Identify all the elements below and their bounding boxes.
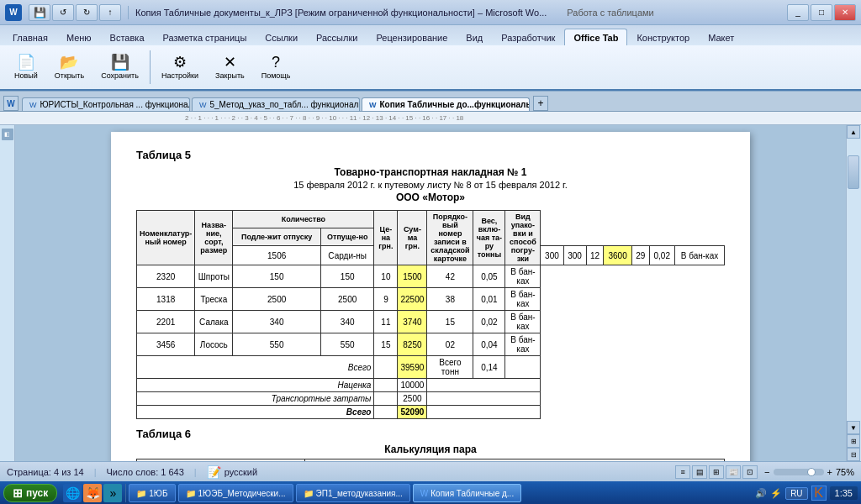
view-mode-2[interactable]: ▤ (692, 465, 707, 479)
header-nomenklatur: Номенклатур-ный номер (137, 211, 195, 265)
close-doc-btn[interactable]: ✕ Закрыть (208, 50, 252, 84)
taskbar-task-1[interactable]: 📁 1ЮЭБ_Методически... (178, 484, 293, 502)
tab-vstavka[interactable]: Вставка (101, 29, 154, 45)
cell-sum: 1500 (398, 265, 427, 288)
tab-konstruktor[interactable]: Конструктор (627, 29, 699, 45)
start-button[interactable]: ⊞ пуск (3, 484, 57, 502)
view-modes: ≡ ▤ ⊞ 📰 ⊡ (675, 465, 758, 479)
new-file-btn[interactable]: 📄 Новый (7, 50, 45, 84)
table6: Фактически (136, 459, 725, 461)
maximize-btn[interactable]: □ (811, 4, 832, 21)
taskbar-task-2[interactable]: 📁 ЭП1_методуказания... (296, 484, 410, 502)
redo-btn[interactable]: ↻ (76, 4, 98, 21)
cell-sum: 8250 (398, 333, 427, 356)
ruler-marks: 2 · · 1 · · · 1 · · · 2 · · 3 · 4 · 5 · … (185, 114, 463, 122)
cell-weight: 0,05 (473, 265, 505, 288)
title-bar-left: W 💾 ↺ ↻ ↑ Копия Табличные документы_к_ЛР… (5, 4, 654, 21)
zoom-slider[interactable] (774, 469, 824, 475)
tab-vid[interactable]: Вид (457, 29, 492, 45)
cell-pack: В бан-ках (505, 265, 541, 288)
new-tab-btn[interactable]: + (533, 96, 548, 111)
nacenka-label: Наценка (137, 379, 374, 392)
cell-name: Шпроты (195, 265, 233, 288)
vsego-tons: 0,14 (473, 356, 505, 379)
corner-icon2[interactable]: ⊟ (847, 448, 860, 461)
close-btn[interactable]: ✕ (834, 4, 856, 21)
undo-btn[interactable]: ↺ (52, 4, 74, 21)
save-quick-btn[interactable]: 💾 (29, 4, 50, 21)
tab-ssylki[interactable]: Ссылки (256, 29, 307, 45)
tab-menu[interactable]: Меню (57, 29, 101, 45)
document-area[interactable]: Таблица 5 Товарно-транспортная накладная… (15, 125, 846, 461)
scroll-thumb[interactable] (848, 155, 859, 189)
scrollbar-vertical[interactable] (847, 139, 860, 421)
scroll-up-btn[interactable]: ▲ (847, 125, 860, 139)
document-tabs-bar: W W ЮРИСТЫ_Контрольная ... функционально… (0, 92, 861, 112)
tab-maket[interactable]: Макет (699, 29, 743, 45)
task-0-label: 1ЮБ (149, 489, 167, 498)
save-btn[interactable]: 💾 Сохранить (93, 50, 146, 84)
cell-num: 1318 (137, 288, 195, 311)
corner-icon[interactable]: ⊞ (847, 434, 860, 448)
vsego2-row: Всего 52090 (137, 406, 725, 419)
help-btn[interactable]: ? Помощь (254, 50, 298, 84)
status-right: ≡ ▤ ⊞ 📰 ⊡ − + 75% (675, 465, 854, 479)
title-bar: W 💾 ↺ ↻ ↑ Копия Табличные документы_к_ЛР… (0, 0, 861, 25)
table-header-row1: Номенклатур-ный номер Назва-ние, сорт, р… (137, 211, 725, 228)
status-sep1: | (94, 467, 97, 477)
tab-glavnaya[interactable]: Главная (3, 29, 57, 45)
doc-tab-2[interactable]: W 5_Метод_указ_по_табл... функциональнос… (192, 97, 360, 111)
cell-otpush: 550 (320, 333, 373, 356)
doc-tab-1-label: ЮРИСТЫ_Контрольная ... функциональности]… (40, 100, 191, 109)
doc-title-line2: 15 февраля 2012 г. к путевому листу № 8 … (136, 180, 725, 190)
cell-podl: 300 (541, 246, 563, 265)
view-mode-4[interactable]: 📰 (726, 465, 741, 479)
cell-podl: 2500 (233, 288, 321, 311)
doc-tab-1[interactable]: W ЮРИСТЫ_Контрольная ... функциональност… (22, 97, 190, 111)
cell-price: 11 (374, 311, 398, 333)
open-btn[interactable]: 📂 Открыть (47, 50, 92, 84)
windows-logo: ⊞ (13, 486, 23, 500)
zoom-plus-btn[interactable]: + (827, 467, 832, 477)
firefox-icon[interactable]: 🦊 (83, 484, 102, 502)
table6-empty-header (137, 459, 305, 462)
scroll-down-btn[interactable]: ▼ (847, 421, 860, 434)
vsego2-empty (374, 406, 398, 419)
view-mode-3[interactable]: ⊞ (709, 465, 724, 479)
tab-razrabotchik[interactable]: Разработчик (492, 29, 564, 45)
task-1-label: 1ЮЭБ_Методически... (198, 489, 286, 498)
cell-name: Сарди-ны (320, 246, 373, 265)
tray-lang[interactable]: RU (785, 487, 807, 500)
context-label: Работа с таблицами (567, 8, 653, 18)
tray-extra-icon[interactable]: K (811, 486, 827, 501)
arrow-icon[interactable]: » (103, 484, 122, 502)
refresh-btn[interactable]: ↑ (99, 4, 121, 21)
tab-rassylki[interactable]: Рассылки (307, 29, 367, 45)
view-mode-1[interactable]: ≡ (675, 465, 690, 479)
zoom-minus-btn[interactable]: − (764, 467, 769, 477)
cell-order: 15 (427, 311, 473, 333)
taskbar-task-0[interactable]: 📁 1ЮБ (129, 484, 175, 502)
ie-icon[interactable]: 🌐 (63, 484, 82, 502)
tab-office-tab[interactable]: Office Tab (564, 29, 627, 45)
left-sidebar-icon-1[interactable]: ◧ (2, 129, 13, 140)
vsego2-rest (427, 406, 541, 419)
ribbon-tabs: Главная Меню Вставка Разметка страницы С… (0, 25, 861, 45)
main-area: ◧ Таблица 5 Товарно-транспортная накладн… (0, 125, 861, 461)
doc-tab-3[interactable]: W Копия Табличные до...функциональности]… (362, 97, 530, 111)
words-indicator: Число слов: 1 643 (106, 467, 183, 477)
vsego-tons-label: Всего тонн (427, 356, 473, 379)
settings-btn[interactable]: ⚙ Настройки (154, 50, 206, 84)
tab-razmetka[interactable]: Разметка страницы (154, 29, 256, 45)
cell-podl: 550 (233, 333, 321, 356)
cell-pack: В бан-ках (505, 333, 541, 356)
zoom-area: − + 75% (764, 467, 854, 477)
header-podlezit: Подле-жит отпуску (233, 228, 321, 246)
minimize-btn[interactable]: _ (787, 4, 809, 21)
taskbar: ⊞ пуск 🌐 🦊 » 📁 1ЮБ 📁 1ЮЭБ_Методически...… (0, 481, 861, 504)
zoom-level: 75% (836, 467, 854, 477)
vsego-sum-val: 39590 (398, 356, 427, 379)
taskbar-task-3[interactable]: W Копия Табличные д... (413, 484, 521, 502)
tab-retsenzirovanie[interactable]: Рецензирование (367, 29, 457, 45)
view-mode-5[interactable]: ⊡ (742, 465, 758, 479)
